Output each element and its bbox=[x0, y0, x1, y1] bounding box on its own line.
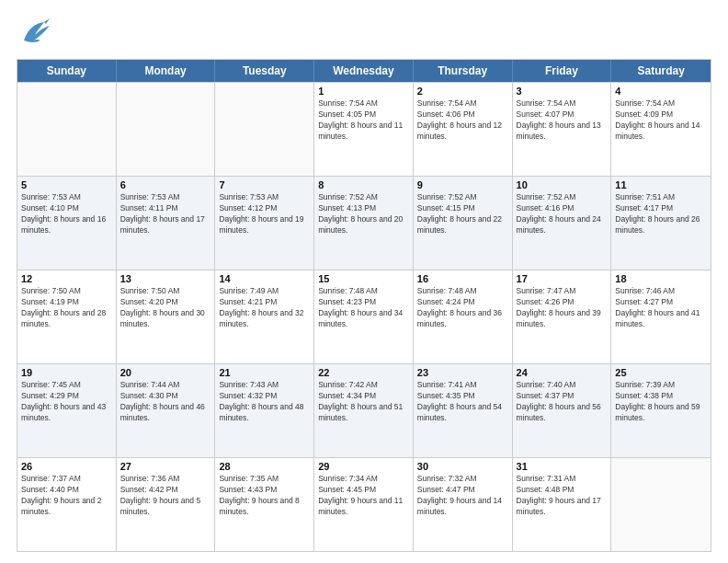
cell-text: Sunrise: 7:39 AM Sunset: 4:38 PM Dayligh… bbox=[615, 380, 707, 424]
calendar-cell: 20Sunrise: 7:44 AM Sunset: 4:30 PM Dayli… bbox=[117, 364, 216, 457]
header-day-monday: Monday bbox=[117, 60, 216, 82]
day-number: 29 bbox=[318, 461, 409, 472]
calendar-cell: 14Sunrise: 7:49 AM Sunset: 4:21 PM Dayli… bbox=[215, 270, 314, 363]
calendar-cell: 16Sunrise: 7:48 AM Sunset: 4:24 PM Dayli… bbox=[414, 270, 513, 363]
calendar-cell: 1Sunrise: 7:54 AM Sunset: 4:05 PM Daylig… bbox=[314, 83, 414, 176]
day-number: 22 bbox=[318, 367, 409, 378]
cell-text: Sunrise: 7:50 AM Sunset: 4:20 PM Dayligh… bbox=[120, 286, 211, 330]
cell-text: Sunrise: 7:46 AM Sunset: 4:27 PM Dayligh… bbox=[615, 286, 707, 330]
cell-text: Sunrise: 7:40 AM Sunset: 4:37 PM Dayligh… bbox=[517, 380, 608, 424]
day-number: 5 bbox=[21, 179, 112, 190]
day-number: 8 bbox=[318, 179, 409, 190]
header-day-thursday: Thursday bbox=[414, 60, 513, 82]
day-number: 25 bbox=[615, 367, 707, 378]
week-row-4: 26Sunrise: 7:37 AM Sunset: 4:40 PM Dayli… bbox=[17, 457, 711, 551]
cell-text: Sunrise: 7:53 AM Sunset: 4:11 PM Dayligh… bbox=[120, 192, 211, 236]
calendar-cell: 29Sunrise: 7:34 AM Sunset: 4:45 PM Dayli… bbox=[314, 458, 414, 551]
cell-text: Sunrise: 7:54 AM Sunset: 4:07 PM Dayligh… bbox=[517, 98, 608, 143]
header bbox=[17, 15, 711, 50]
calendar-cell bbox=[215, 83, 314, 176]
calendar-cell: 4Sunrise: 7:54 AM Sunset: 4:09 PM Daylig… bbox=[611, 83, 711, 176]
cell-text: Sunrise: 7:53 AM Sunset: 4:10 PM Dayligh… bbox=[21, 192, 112, 236]
day-number: 11 bbox=[615, 179, 707, 190]
day-number: 15 bbox=[318, 273, 409, 284]
calendar-cell: 15Sunrise: 7:48 AM Sunset: 4:23 PM Dayli… bbox=[314, 270, 414, 363]
cell-text: Sunrise: 7:32 AM Sunset: 4:47 PM Dayligh… bbox=[417, 474, 508, 518]
header-day-tuesday: Tuesday bbox=[215, 60, 314, 82]
calendar-cell: 25Sunrise: 7:39 AM Sunset: 4:38 PM Dayli… bbox=[611, 364, 711, 457]
calendar-cell: 26Sunrise: 7:37 AM Sunset: 4:40 PM Dayli… bbox=[17, 458, 117, 551]
calendar-body: 1Sunrise: 7:54 AM Sunset: 4:05 PM Daylig… bbox=[17, 82, 711, 551]
cell-text: Sunrise: 7:52 AM Sunset: 4:16 PM Dayligh… bbox=[517, 192, 608, 236]
day-number: 12 bbox=[21, 273, 112, 284]
cell-text: Sunrise: 7:51 AM Sunset: 4:17 PM Dayligh… bbox=[615, 192, 707, 236]
cell-text: Sunrise: 7:42 AM Sunset: 4:34 PM Dayligh… bbox=[318, 380, 409, 424]
day-number: 14 bbox=[219, 273, 310, 284]
cell-text: Sunrise: 7:45 AM Sunset: 4:29 PM Dayligh… bbox=[21, 380, 112, 424]
calendar-cell: 18Sunrise: 7:46 AM Sunset: 4:27 PM Dayli… bbox=[611, 270, 711, 363]
day-number: 30 bbox=[417, 461, 508, 472]
day-number: 10 bbox=[517, 179, 608, 190]
day-number: 2 bbox=[417, 86, 508, 97]
day-number: 31 bbox=[517, 461, 608, 472]
day-number: 21 bbox=[219, 367, 310, 378]
header-day-saturday: Saturday bbox=[611, 60, 711, 82]
calendar-cell bbox=[17, 83, 117, 176]
logo-icon bbox=[17, 15, 53, 50]
calendar-cell: 11Sunrise: 7:51 AM Sunset: 4:17 PM Dayli… bbox=[611, 177, 711, 270]
calendar-cell: 2Sunrise: 7:54 AM Sunset: 4:06 PM Daylig… bbox=[414, 83, 513, 176]
day-number: 17 bbox=[517, 273, 608, 284]
cell-text: Sunrise: 7:54 AM Sunset: 4:05 PM Dayligh… bbox=[318, 98, 409, 143]
cell-text: Sunrise: 7:31 AM Sunset: 4:48 PM Dayligh… bbox=[517, 474, 608, 518]
cell-text: Sunrise: 7:48 AM Sunset: 4:24 PM Dayligh… bbox=[417, 286, 508, 330]
day-number: 3 bbox=[517, 86, 608, 97]
cell-text: Sunrise: 7:49 AM Sunset: 4:21 PM Dayligh… bbox=[219, 286, 310, 330]
cell-text: Sunrise: 7:41 AM Sunset: 4:35 PM Dayligh… bbox=[417, 380, 508, 424]
day-number: 26 bbox=[21, 461, 112, 472]
calendar-cell: 19Sunrise: 7:45 AM Sunset: 4:29 PM Dayli… bbox=[17, 364, 117, 457]
day-number: 13 bbox=[120, 273, 211, 284]
calendar-cell: 30Sunrise: 7:32 AM Sunset: 4:47 PM Dayli… bbox=[414, 458, 513, 551]
calendar-cell: 8Sunrise: 7:52 AM Sunset: 4:13 PM Daylig… bbox=[314, 177, 414, 270]
day-number: 9 bbox=[417, 179, 508, 190]
day-number: 19 bbox=[21, 367, 112, 378]
day-number: 16 bbox=[417, 273, 508, 284]
calendar-cell: 3Sunrise: 7:54 AM Sunset: 4:07 PM Daylig… bbox=[513, 83, 612, 176]
page: SundayMondayTuesdayWednesdayThursdayFrid… bbox=[0, 0, 728, 563]
calendar-cell: 17Sunrise: 7:47 AM Sunset: 4:26 PM Dayli… bbox=[513, 270, 612, 363]
cell-text: Sunrise: 7:52 AM Sunset: 4:15 PM Dayligh… bbox=[417, 192, 508, 236]
day-number: 28 bbox=[219, 461, 310, 472]
calendar-cell: 13Sunrise: 7:50 AM Sunset: 4:20 PM Dayli… bbox=[117, 270, 216, 363]
day-number: 27 bbox=[120, 461, 211, 472]
cell-text: Sunrise: 7:43 AM Sunset: 4:32 PM Dayligh… bbox=[219, 380, 310, 424]
calendar-cell: 7Sunrise: 7:53 AM Sunset: 4:12 PM Daylig… bbox=[215, 177, 314, 270]
cell-text: Sunrise: 7:53 AM Sunset: 4:12 PM Dayligh… bbox=[219, 192, 310, 236]
day-number: 23 bbox=[417, 367, 508, 378]
calendar-cell: 21Sunrise: 7:43 AM Sunset: 4:32 PM Dayli… bbox=[215, 364, 314, 457]
day-number: 18 bbox=[615, 273, 707, 284]
week-row-3: 19Sunrise: 7:45 AM Sunset: 4:29 PM Dayli… bbox=[17, 363, 711, 457]
cell-text: Sunrise: 7:48 AM Sunset: 4:23 PM Dayligh… bbox=[318, 286, 409, 330]
day-number: 20 bbox=[120, 367, 211, 378]
header-day-wednesday: Wednesday bbox=[314, 60, 414, 82]
cell-text: Sunrise: 7:37 AM Sunset: 4:40 PM Dayligh… bbox=[21, 474, 112, 518]
calendar-cell: 28Sunrise: 7:35 AM Sunset: 4:43 PM Dayli… bbox=[215, 458, 314, 551]
day-number: 4 bbox=[615, 86, 707, 97]
logo bbox=[17, 15, 57, 50]
cell-text: Sunrise: 7:54 AM Sunset: 4:09 PM Dayligh… bbox=[615, 98, 707, 143]
week-row-2: 12Sunrise: 7:50 AM Sunset: 4:19 PM Dayli… bbox=[17, 270, 711, 363]
calendar-cell: 22Sunrise: 7:42 AM Sunset: 4:34 PM Dayli… bbox=[314, 364, 414, 457]
cell-text: Sunrise: 7:34 AM Sunset: 4:45 PM Dayligh… bbox=[318, 474, 409, 518]
calendar-cell: 24Sunrise: 7:40 AM Sunset: 4:37 PM Dayli… bbox=[513, 364, 612, 457]
day-number: 7 bbox=[219, 179, 310, 190]
calendar-cell: 5Sunrise: 7:53 AM Sunset: 4:10 PM Daylig… bbox=[17, 177, 117, 270]
day-number: 24 bbox=[517, 367, 608, 378]
calendar-cell: 27Sunrise: 7:36 AM Sunset: 4:42 PM Dayli… bbox=[117, 458, 216, 551]
header-day-sunday: Sunday bbox=[17, 60, 117, 82]
cell-text: Sunrise: 7:47 AM Sunset: 4:26 PM Dayligh… bbox=[517, 286, 608, 330]
header-day-friday: Friday bbox=[513, 60, 612, 82]
calendar-cell: 12Sunrise: 7:50 AM Sunset: 4:19 PM Dayli… bbox=[17, 270, 117, 363]
calendar-cell bbox=[611, 458, 711, 551]
calendar: SundayMondayTuesdayWednesdayThursdayFrid… bbox=[17, 59, 711, 552]
day-number: 1 bbox=[318, 86, 409, 97]
